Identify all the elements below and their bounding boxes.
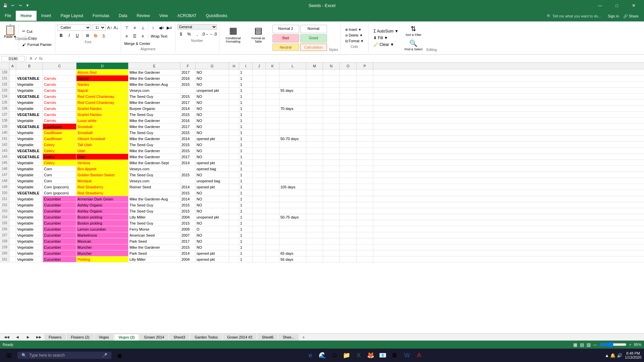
cell-f[interactable]: 2017 xyxy=(180,238,196,244)
cell-b[interactable]: Vegetable xyxy=(16,202,43,208)
cell-a[interactable] xyxy=(9,142,16,147)
cell-l[interactable] xyxy=(279,130,306,135)
cell-m[interactable] xyxy=(306,178,323,184)
font-size-select[interactable]: 12 xyxy=(92,24,106,31)
cell-b[interactable]: Vegetable xyxy=(16,118,43,123)
row-number[interactable]: 131 xyxy=(0,75,9,81)
cell-m[interactable] xyxy=(306,250,323,256)
cell-k[interactable] xyxy=(266,118,279,123)
cell-e[interactable]: American Seed xyxy=(128,232,180,238)
border-button[interactable]: ⊞ xyxy=(84,32,91,39)
cell-m[interactable] xyxy=(306,190,323,196)
cell-d[interactable]: Marketmore xyxy=(76,232,128,238)
cell-g[interactable]: NO xyxy=(196,196,229,202)
row-number[interactable]: 160 xyxy=(0,250,9,256)
cell-i[interactable]: 1 xyxy=(239,232,253,238)
row-number[interactable]: 130 xyxy=(0,69,9,75)
cell-a[interactable] xyxy=(9,106,16,111)
cell-a[interactable] xyxy=(9,112,16,117)
sheet-tab[interactable]: Sheet3 xyxy=(169,334,190,341)
cell-c[interactable]: Cauliflower xyxy=(43,124,76,129)
cell-n[interactable] xyxy=(323,250,340,256)
row-number[interactable]: 147 xyxy=(0,172,9,178)
cell-h[interactable] xyxy=(229,244,239,250)
cell-p[interactable] xyxy=(357,142,373,147)
align-right-button[interactable]: ≡ xyxy=(139,33,147,40)
cell-j[interactable] xyxy=(253,238,266,244)
cell-b[interactable]: VEGETABLE xyxy=(16,190,43,196)
cell-p[interactable] xyxy=(357,184,373,190)
cell-j[interactable] xyxy=(253,112,266,117)
cell-n[interactable] xyxy=(323,214,340,220)
cell-a[interactable] xyxy=(9,118,16,123)
cell-n[interactable] xyxy=(323,172,340,178)
cell-c[interactable]: Cucumber xyxy=(43,196,76,202)
cell-h[interactable] xyxy=(229,172,239,178)
cell-e[interactable]: Park Seed xyxy=(128,250,180,256)
cell-a[interactable] xyxy=(9,136,16,141)
cell-e[interactable]: The Seed Guy xyxy=(128,172,180,178)
cell-g[interactable]: NO xyxy=(196,190,229,196)
cell-h[interactable] xyxy=(229,220,239,226)
cell-i[interactable]: 1 xyxy=(239,136,253,141)
cell-d[interactable]: Snowball xyxy=(76,130,128,135)
cell-o[interactable] xyxy=(340,142,357,147)
cell-c[interactable]: Corn xyxy=(43,178,76,184)
cell-a[interactable] xyxy=(9,250,16,256)
cell-d[interactable]: Bon Appetit xyxy=(76,166,128,172)
maximize-button[interactable]: □ xyxy=(609,0,625,11)
cell-o[interactable] xyxy=(340,148,357,154)
cell-o[interactable] xyxy=(340,166,357,172)
cell-k[interactable] xyxy=(266,94,279,99)
cell-h[interactable] xyxy=(229,154,239,160)
cell-reference-box[interactable] xyxy=(1,56,25,61)
cell-c[interactable]: Cucumber xyxy=(43,202,76,208)
tab-insert[interactable]: Insert xyxy=(37,11,56,21)
task-view-button[interactable]: ▣ xyxy=(114,350,125,361)
cell-c[interactable]: Carrots xyxy=(43,87,76,93)
cell-d[interactable]: Montauk xyxy=(76,178,128,184)
cell-n[interactable] xyxy=(323,166,340,172)
col-header-a[interactable]: A xyxy=(9,63,16,69)
cell-b[interactable]: Vegetable xyxy=(16,178,43,184)
cell-p[interactable] xyxy=(357,69,373,75)
cell-n[interactable] xyxy=(323,184,340,190)
cell-g[interactable]: NO xyxy=(196,220,229,226)
cell-p[interactable] xyxy=(357,202,373,208)
cell-g[interactable]: NO xyxy=(196,202,229,208)
microphone-icon[interactable]: 🎤 xyxy=(102,353,107,358)
cell-l[interactable] xyxy=(279,172,306,178)
cell-h[interactable] xyxy=(229,148,239,154)
taskbar-outlook-icon[interactable]: 📧 xyxy=(377,350,388,361)
cell-e[interactable]: The Seed Guy xyxy=(128,202,180,208)
cell-j[interactable] xyxy=(253,160,266,166)
cell-l[interactable] xyxy=(279,100,306,105)
col-header-k[interactable]: K xyxy=(266,63,279,69)
cell-e[interactable]: Mike the Gardener xyxy=(128,75,180,81)
cell-p[interactable] xyxy=(357,232,373,238)
cell-e[interactable]: Lilly Miller xyxy=(128,214,180,220)
cell-g[interactable]: unopened pkt xyxy=(196,214,229,220)
cell-k[interactable] xyxy=(266,100,279,105)
cell-k[interactable] xyxy=(266,148,279,154)
cell-b[interactable]: Vegetable xyxy=(16,130,43,135)
cell-n[interactable] xyxy=(323,148,340,154)
cell-j[interactable] xyxy=(253,208,266,214)
cell-j[interactable] xyxy=(253,136,266,141)
cell-h[interactable] xyxy=(229,94,239,99)
cell-a[interactable] xyxy=(9,154,16,160)
cell-f[interactable]: 2017 xyxy=(180,154,196,160)
cell-h[interactable] xyxy=(229,81,239,87)
style-neutral[interactable]: Neutral xyxy=(272,44,299,51)
cell-i[interactable]: 1 xyxy=(239,69,253,75)
cell-f[interactable]: 2015 xyxy=(180,244,196,250)
cell-p[interactable] xyxy=(357,208,373,214)
cell-b[interactable]: Vegetable xyxy=(16,142,43,147)
confirm-formula-icon[interactable]: ✓ xyxy=(34,56,38,61)
cell-g[interactable]: NO xyxy=(196,118,229,123)
cell-i[interactable]: 1 xyxy=(239,166,253,172)
cell-e[interactable]: The Seed Guy xyxy=(128,142,180,147)
cell-c[interactable]: Cucumber xyxy=(43,208,76,214)
cell-l[interactable] xyxy=(279,142,306,147)
cell-g[interactable]: NO xyxy=(196,69,229,75)
